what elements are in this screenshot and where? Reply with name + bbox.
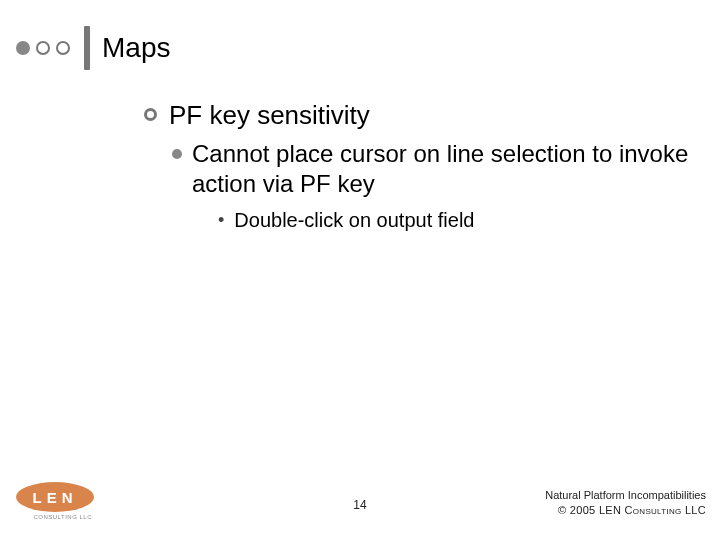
slide-title: Maps — [102, 32, 170, 64]
disc-bullet-icon — [172, 149, 182, 159]
header-bar-icon — [84, 26, 90, 70]
copyright-line2: © 2005 LEN Consulting LLC — [545, 503, 706, 518]
dot-icon — [56, 41, 70, 55]
page-number: 14 — [353, 498, 366, 512]
bullet-level2-text: Cannot place cursor on line selection to… — [192, 139, 690, 199]
dot-bullet-icon: • — [218, 209, 224, 231]
bullet-level3-text: Double-click on output field — [234, 209, 474, 232]
copyright-line1: Natural Platform Incompatibilities — [545, 488, 706, 503]
copyright: Natural Platform Incompatibilities © 200… — [545, 488, 706, 518]
logo: LEN CONSULTING LLC — [16, 482, 94, 520]
bullet-level1-text: PF key sensitivity — [169, 100, 370, 131]
ring-bullet-icon — [144, 108, 157, 121]
logo-oval-icon: LEN — [16, 482, 94, 512]
bullet-level1: PF key sensitivity — [144, 100, 690, 131]
bullet-level3-group: • Double-click on output field — [218, 209, 690, 232]
slide-header: Maps — [16, 26, 170, 70]
slide-footer: LEN CONSULTING LLC 14 Natural Platform I… — [0, 480, 720, 526]
bullet-level2: Cannot place cursor on line selection to… — [172, 139, 690, 199]
bullet-level3: • Double-click on output field — [218, 209, 690, 232]
slide-body: PF key sensitivity Cannot place cursor o… — [144, 100, 690, 232]
logo-subtext: CONSULTING LLC — [16, 514, 94, 520]
dot-icon — [16, 41, 30, 55]
header-dots — [16, 41, 70, 55]
logo-letters: LEN — [33, 489, 78, 506]
slide: Maps PF key sensitivity Cannot place cur… — [0, 0, 720, 540]
bullet-level2-group: Cannot place cursor on line selection to… — [172, 139, 690, 232]
dot-icon — [36, 41, 50, 55]
